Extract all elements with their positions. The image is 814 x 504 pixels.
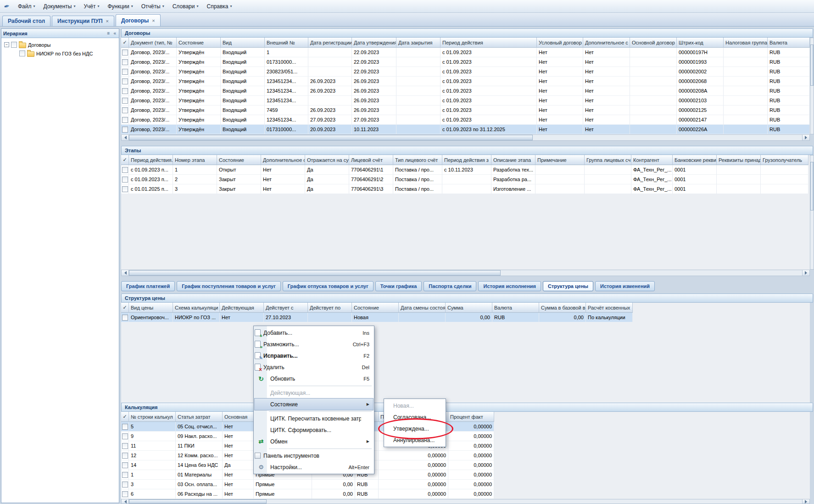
scroll-left-icon[interactable] bbox=[122, 135, 129, 140]
column-header[interactable]: Вид bbox=[221, 38, 265, 48]
column-header[interactable]: Действующая bbox=[220, 303, 264, 313]
context-menu-item[interactable]: Размножить... Ctrl+F3 bbox=[255, 338, 373, 350]
row-checkbox[interactable] bbox=[122, 50, 128, 55]
column-header[interactable]: Внешний № bbox=[265, 38, 308, 48]
row-checkbox[interactable] bbox=[122, 453, 128, 459]
context-menu-item[interactable]: Состояние bbox=[255, 399, 373, 410]
column-header[interactable]: Документ (тип, № bbox=[129, 38, 177, 48]
column-header[interactable]: Реквизиты принад bbox=[717, 155, 761, 165]
column-header[interactable]: Основной договор bbox=[630, 38, 677, 48]
column-header[interactable]: Контрагент bbox=[631, 155, 673, 165]
table-row[interactable]: 1414 Цена без НДСДа0,000000,00000 bbox=[121, 460, 810, 470]
table-row[interactable]: Договор, 2023/...УтверждёнВходящий123451… bbox=[121, 115, 810, 125]
column-header[interactable]: Грузополучатель bbox=[761, 155, 808, 165]
scroll-right-icon[interactable] bbox=[802, 270, 809, 276]
close-tab-icon[interactable] bbox=[106, 19, 109, 23]
column-header[interactable]: № строки калькул bbox=[129, 412, 176, 422]
column-header[interactable]: ✓ bbox=[121, 412, 129, 422]
horizontal-scrollbar[interactable] bbox=[121, 134, 810, 141]
menubar-item[interactable]: Документы bbox=[39, 0, 80, 12]
detail-tab[interactable]: Структура цены bbox=[543, 281, 593, 291]
column-header[interactable]: Действует с bbox=[264, 303, 308, 313]
horizontal-scrollbar[interactable] bbox=[121, 270, 810, 276]
tree-node[interactable]: НИОКР по ГОЗ без НДС bbox=[1, 49, 119, 58]
view-tab[interactable]: Инструкции ПУП bbox=[52, 16, 114, 26]
table-row[interactable]: Договор, 2023/...УтверждёнВходящий123451… bbox=[121, 77, 810, 86]
column-header[interactable]: Отражается на су bbox=[305, 155, 349, 165]
detail-tab[interactable]: Точки графика bbox=[375, 281, 422, 291]
context-menu-item[interactable]: Добавить... Ins bbox=[255, 327, 373, 338]
row-checkbox[interactable] bbox=[122, 491, 128, 497]
column-header[interactable]: Условный договор bbox=[537, 38, 583, 48]
grid-view-icon[interactable]: ≡ bbox=[106, 31, 111, 36]
column-header[interactable]: Схема калькуляци bbox=[173, 303, 220, 313]
column-header[interactable]: Состояние bbox=[217, 155, 261, 165]
column-header[interactable]: Основная bbox=[223, 412, 254, 422]
row-checkbox[interactable] bbox=[122, 78, 128, 84]
column-header[interactable]: ✓ bbox=[121, 155, 129, 165]
column-header[interactable]: Действует по bbox=[308, 303, 352, 313]
close-tab-icon[interactable] bbox=[152, 18, 155, 23]
row-checkbox[interactable] bbox=[122, 462, 128, 468]
submenu-item[interactable]: Аннулирована... bbox=[385, 434, 445, 446]
column-header[interactable]: Период действия з bbox=[442, 155, 491, 165]
row-checkbox[interactable] bbox=[122, 472, 128, 478]
node-checkbox[interactable] bbox=[11, 42, 17, 48]
context-menu-item[interactable]: Настройки... Alt+Enter bbox=[255, 461, 373, 473]
table-row[interactable]: с 01.01.2025 п...3ЗакрытНетДа7706406291\… bbox=[121, 184, 810, 194]
table-row[interactable]: Договор, 2023/...УтверждёнВходящий123451… bbox=[121, 96, 810, 105]
view-tab[interactable]: Рабочий стол bbox=[2, 16, 50, 26]
scrollbar-thumb[interactable] bbox=[129, 499, 267, 504]
scrollbar-thumb[interactable] bbox=[810, 44, 814, 86]
table-row[interactable]: 303 Осн. оплата...НетПрямые0,00RUB0,0000… bbox=[121, 480, 810, 489]
menubar-item[interactable]: Функции bbox=[103, 0, 137, 12]
detail-tab[interactable]: Паспорта сделки bbox=[424, 281, 476, 291]
table-row[interactable]: Договор, 2023/...УтверждёнВходящий123451… bbox=[121, 86, 810, 96]
row-checkbox[interactable] bbox=[122, 433, 128, 439]
menubar-item[interactable]: Отчёты bbox=[137, 0, 168, 12]
column-header[interactable]: Примечание bbox=[535, 155, 585, 165]
column-header[interactable]: Валюта bbox=[492, 303, 539, 313]
detail-tab[interactable]: История изменений bbox=[595, 281, 655, 291]
detail-tab[interactable]: График отпуска товаров и услуг bbox=[283, 281, 374, 291]
column-header[interactable]: Номер этапа bbox=[173, 155, 217, 165]
table-row[interactable]: Ориентировоч...НИОКР по ГОЗ ...Нет27.10.… bbox=[121, 313, 810, 322]
menubar-item[interactable]: Учёт bbox=[79, 0, 103, 12]
submenu-item[interactable]: Согласована... bbox=[385, 411, 445, 423]
column-header[interactable]: Вид цены bbox=[129, 303, 173, 313]
collapse-panel-icon[interactable]: « bbox=[112, 31, 117, 36]
menubar-item[interactable]: Словари bbox=[168, 0, 203, 12]
column-header[interactable]: Дата закрытия bbox=[396, 38, 440, 48]
row-checkbox[interactable] bbox=[122, 98, 128, 104]
column-header[interactable]: Состояние bbox=[177, 38, 221, 48]
context-menu-item[interactable]: ЦИТК. Пересчитать косвенные затраты... bbox=[255, 413, 373, 424]
row-checkbox[interactable] bbox=[122, 107, 128, 113]
context-menu-item[interactable]: Удалить Del bbox=[255, 361, 373, 373]
submenu-item[interactable]: Новая... bbox=[385, 400, 445, 411]
node-checkbox[interactable] bbox=[19, 50, 25, 56]
scroll-left-icon[interactable] bbox=[122, 270, 129, 276]
column-header[interactable]: Описание этапа bbox=[491, 155, 535, 165]
row-checkbox[interactable] bbox=[122, 186, 128, 192]
table-row[interactable]: Договор, 2023/...УтверждёнВходящий745926… bbox=[121, 105, 810, 115]
menubar-item[interactable]: Справка bbox=[202, 0, 236, 12]
scroll-right-icon[interactable] bbox=[802, 135, 809, 140]
table-row[interactable]: Договор, 2023/...УтверждёнВходящий230823… bbox=[121, 67, 810, 77]
row-checkbox[interactable] bbox=[122, 482, 128, 487]
row-checkbox[interactable] bbox=[122, 88, 128, 94]
table-row[interactable]: 606 Расходы на ...НетПрямые0,00RUB0,0000… bbox=[121, 489, 810, 499]
table-row[interactable]: с 01.09.2023 п...1ОткрытНетДа7706406291\… bbox=[121, 165, 810, 175]
column-header[interactable]: ✓ bbox=[121, 303, 129, 313]
scroll-right-icon[interactable] bbox=[802, 499, 809, 504]
column-header[interactable]: ✓ bbox=[121, 38, 129, 48]
column-header[interactable]: Дополнительное с bbox=[261, 155, 305, 165]
column-header[interactable]: Состояние bbox=[352, 303, 399, 313]
collapse-expander-icon[interactable] bbox=[4, 42, 9, 47]
row-checkbox[interactable] bbox=[122, 167, 128, 173]
scrollbar-thumb[interactable] bbox=[129, 270, 501, 276]
table-row[interactable]: Договор, 2023/...УтверждёнВходящий017310… bbox=[121, 125, 810, 134]
vertical-scrollbar[interactable] bbox=[810, 38, 814, 134]
table-row[interactable]: 1111 ПКИНет0,000000,00000 bbox=[121, 441, 810, 451]
column-header[interactable]: Группа лицевых сч bbox=[585, 155, 631, 165]
row-checkbox[interactable] bbox=[122, 443, 128, 449]
